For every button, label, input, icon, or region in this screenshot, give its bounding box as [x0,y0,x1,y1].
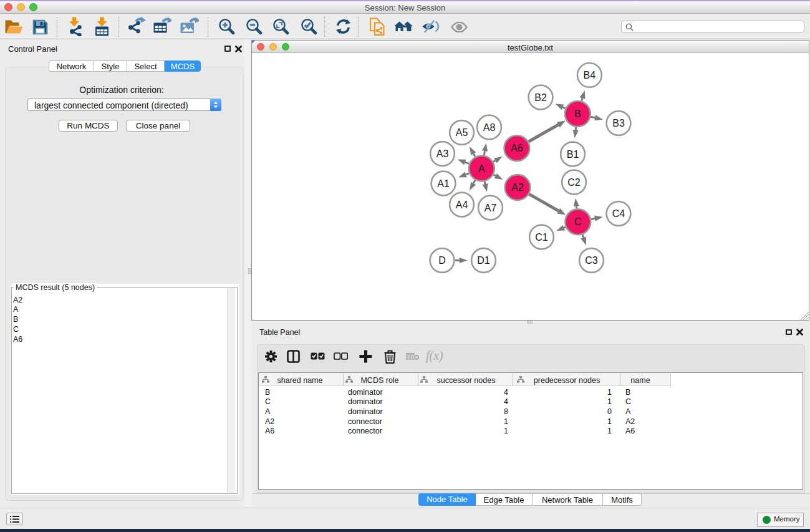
svg-text:C2: C2 [567,177,581,188]
svg-text:C: C [574,216,582,227]
svg-text:B: B [574,109,581,119]
svg-text:A5: A5 [456,127,468,138]
svg-text:A6: A6 [511,143,523,153]
svg-text:C4: C4 [612,208,625,219]
svg-text:A: A [478,163,485,174]
svg-text:A7: A7 [485,203,497,213]
svg-text:D: D [438,255,446,266]
svg-text:C3: C3 [585,255,598,266]
svg-text:D1: D1 [477,255,490,266]
svg-text:A4: A4 [456,200,468,210]
svg-text:A2: A2 [511,182,524,193]
svg-text:A1: A1 [437,178,450,189]
svg-text:A3: A3 [436,148,449,159]
svg-text:C1: C1 [535,232,548,243]
svg-text:B2: B2 [534,92,547,103]
svg-text:B1: B1 [567,149,579,160]
svg-text:B4: B4 [584,70,596,80]
svg-text:B3: B3 [612,118,625,128]
svg-text:A8: A8 [483,122,496,133]
